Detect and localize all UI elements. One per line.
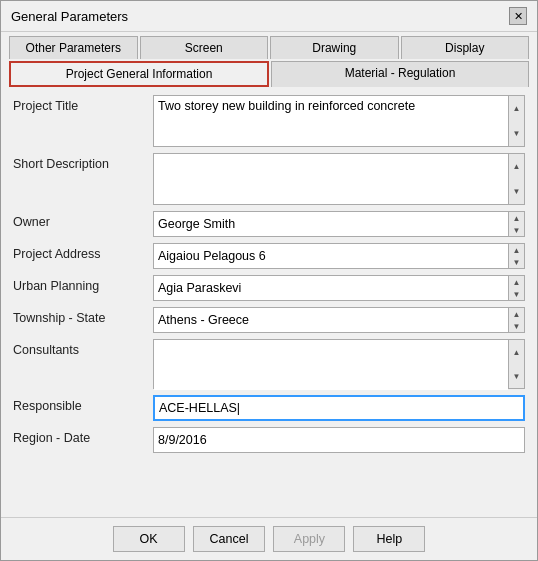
apply-button[interactable]: Apply [273, 526, 345, 552]
scroll-up-btn[interactable]: ▲ [509, 96, 524, 121]
owner-row: Owner ▲ ▼ [13, 211, 525, 237]
township-state-label: Township - State [13, 307, 153, 325]
responsible-field[interactable] [153, 395, 525, 421]
consultants-input[interactable] [154, 340, 508, 390]
scroll-down-btn[interactable]: ▼ [509, 320, 524, 332]
tab-project-general-info[interactable]: Project General Information [9, 61, 269, 87]
dialog-footer: OK Cancel Apply Help [1, 517, 537, 560]
close-button[interactable]: ✕ [509, 7, 527, 25]
tab-material-regulation[interactable]: Material - Regulation [271, 61, 529, 87]
scroll-up-btn[interactable]: ▲ [509, 340, 524, 364]
urban-planning-scrollbar: ▲ ▼ [508, 276, 524, 300]
project-address-label: Project Address [13, 243, 153, 261]
project-title-row: Project Title Two storey new building in… [13, 95, 525, 147]
owner-field[interactable]: ▲ ▼ [153, 211, 525, 237]
title-bar: General Parameters ✕ [1, 1, 537, 32]
short-description-row: Short Description ▲ ▼ [13, 153, 525, 205]
project-address-scrollbar: ▲ ▼ [508, 244, 524, 268]
scroll-up-btn[interactable]: ▲ [509, 276, 524, 288]
help-button[interactable]: Help [353, 526, 425, 552]
project-address-field[interactable]: ▲ ▼ [153, 243, 525, 269]
region-date-row: Region - Date [13, 427, 525, 453]
tab-display[interactable]: Display [401, 36, 530, 59]
consultants-field[interactable]: ▲ ▼ [153, 339, 525, 389]
project-title-scrollbar: ▲ ▼ [508, 96, 524, 146]
owner-label: Owner [13, 211, 153, 229]
dialog-title: General Parameters [11, 9, 128, 24]
scroll-up-btn[interactable]: ▲ [509, 244, 524, 256]
short-description-label: Short Description [13, 153, 153, 171]
owner-input[interactable] [154, 212, 508, 236]
township-state-input[interactable] [154, 308, 508, 332]
project-address-row: Project Address ▲ ▼ [13, 243, 525, 269]
scroll-down-btn[interactable]: ▼ [509, 179, 524, 204]
scroll-up-btn[interactable]: ▲ [509, 154, 524, 179]
tab-row-2: Project General Information Material - R… [9, 61, 529, 87]
tab-other-parameters[interactable]: Other Parameters [9, 36, 138, 59]
responsible-label: Responsible [13, 395, 153, 413]
project-address-input[interactable] [154, 244, 508, 268]
general-parameters-dialog: General Parameters ✕ Other Parameters Sc… [0, 0, 538, 561]
scroll-up-btn[interactable]: ▲ [509, 212, 524, 224]
urban-planning-input[interactable] [154, 276, 508, 300]
ok-button[interactable]: OK [113, 526, 185, 552]
responsible-row: Responsible [13, 395, 525, 421]
scroll-down-btn[interactable]: ▼ [509, 224, 524, 236]
short-description-scrollbar: ▲ ▼ [508, 154, 524, 204]
tab-screen[interactable]: Screen [140, 36, 269, 59]
tab-row-1: Other Parameters Screen Drawing Display [9, 36, 529, 59]
township-state-field[interactable]: ▲ ▼ [153, 307, 525, 333]
urban-planning-label: Urban Planning [13, 275, 153, 293]
short-description-input[interactable] [154, 154, 508, 204]
township-state-scrollbar: ▲ ▼ [508, 308, 524, 332]
short-description-field[interactable]: ▲ ▼ [153, 153, 525, 205]
responsible-input[interactable] [155, 397, 523, 419]
consultants-scrollbar: ▲ ▼ [508, 340, 524, 388]
cancel-button[interactable]: Cancel [193, 526, 266, 552]
form-content: Project Title Two storey new building in… [1, 87, 537, 517]
township-state-row: Township - State ▲ ▼ [13, 307, 525, 333]
tab-drawing[interactable]: Drawing [270, 36, 399, 59]
scroll-down-btn[interactable]: ▼ [509, 288, 524, 300]
project-title-input[interactable]: Two storey new building in reinforced co… [154, 96, 508, 146]
urban-planning-row: Urban Planning ▲ ▼ [13, 275, 525, 301]
region-date-field[interactable] [153, 427, 525, 453]
scroll-down-btn[interactable]: ▼ [509, 256, 524, 268]
scroll-down-btn[interactable]: ▼ [509, 121, 524, 146]
region-date-label: Region - Date [13, 427, 153, 445]
scroll-down-btn[interactable]: ▼ [509, 364, 524, 388]
tabs-container: Other Parameters Screen Drawing Display … [1, 32, 537, 87]
scroll-up-btn[interactable]: ▲ [509, 308, 524, 320]
urban-planning-field[interactable]: ▲ ▼ [153, 275, 525, 301]
owner-scrollbar: ▲ ▼ [508, 212, 524, 236]
project-title-field[interactable]: Two storey new building in reinforced co… [153, 95, 525, 147]
project-title-label: Project Title [13, 95, 153, 113]
consultants-row: Consultants ▲ ▼ [13, 339, 525, 389]
consultants-label: Consultants [13, 339, 153, 357]
region-date-input[interactable] [154, 428, 524, 452]
